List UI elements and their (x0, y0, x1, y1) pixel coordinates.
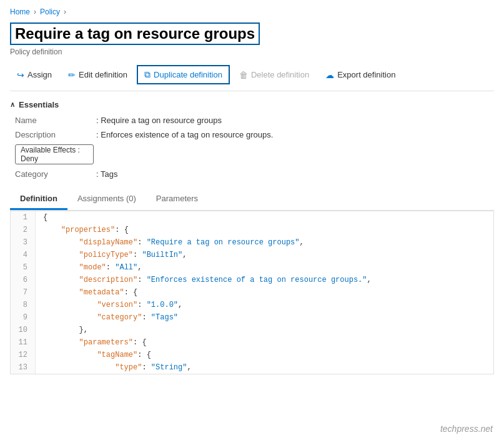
essentials-description-label: Description (15, 130, 96, 139)
duplicate-definition-button[interactable]: ⧉ Duplicate definition (137, 65, 230, 84)
export-definition-button[interactable]: ☁ Export definition (319, 66, 402, 84)
edit-icon: ✏ (68, 70, 76, 80)
code-line-12: 12 "tagName": { (11, 349, 493, 361)
delete-icon: 🗑 (239, 70, 248, 80)
essentials-effects-label: Available Effects : Deny (15, 144, 96, 164)
essentials-name-row: Name : Require a tag on resource groups (10, 116, 494, 125)
code-line-1: 1 { (11, 211, 493, 224)
watermark: techpress.net (440, 424, 493, 434)
essentials-name-value: : Require a tag on resource groups (96, 116, 222, 125)
essentials-section: ∧ Essentials Name : Require a tag on res… (10, 100, 494, 179)
essentials-description-row: Description : Enforces existence of a ta… (10, 130, 494, 139)
code-line-13: 13 "type": "String", (11, 361, 493, 374)
essentials-category-label: Category (15, 169, 96, 179)
code-line-8: 8 "version": "1.0.0", (11, 299, 493, 311)
tabs-row: Definition Assignments (0) Parameters (10, 189, 494, 211)
code-line-4: 4 "policyType": "BuiltIn", (11, 249, 493, 261)
assign-icon: ↪ (17, 70, 24, 80)
code-line-9: 9 "category": "Tags" (11, 311, 493, 324)
available-effects-badge: Available Effects : Deny (15, 144, 94, 164)
code-line-6: 6 "description": "Enforces existence of … (11, 274, 493, 286)
tab-parameters[interactable]: Parameters (146, 189, 208, 210)
code-line-11: 11 "parameters": { (11, 336, 493, 349)
code-line-3: 3 "displayName": "Require a tag on resou… (11, 236, 493, 249)
code-panel: 1 { 2 "properties": { 3 "displayName": "… (10, 211, 494, 374)
page-title: Require a tag on resource groups (10, 22, 260, 45)
chevron-icon: ∧ (10, 101, 15, 109)
code-line-2: 2 "properties": { (11, 224, 493, 236)
duplicate-icon: ⧉ (144, 69, 151, 80)
code-line-10: 10 }, (11, 324, 493, 336)
edit-definition-button[interactable]: ✏ Edit definition (61, 66, 134, 84)
breadcrumb-policy[interactable]: Policy (40, 8, 60, 16)
essentials-category-row: Category : Tags (10, 169, 494, 179)
essentials-effects-row: Available Effects : Deny (10, 144, 494, 164)
breadcrumb-home[interactable]: Home (10, 8, 30, 16)
breadcrumb-sep1: › (34, 8, 36, 16)
page-subtitle: Policy definition (10, 48, 494, 56)
delete-definition-button[interactable]: 🗑 Delete definition (232, 66, 316, 84)
export-icon: ☁ (325, 70, 334, 80)
code-line-5: 5 "mode": "All", (11, 261, 493, 274)
tab-definition[interactable]: Definition (10, 189, 67, 210)
essentials-name-label: Name (15, 116, 96, 125)
assign-button[interactable]: ↪ Assign (10, 66, 59, 84)
essentials-category-value: : Tags (96, 169, 117, 179)
breadcrumb: Home › Policy › (10, 8, 494, 16)
essentials-description-value: : Enforces existence of a tag on resourc… (96, 130, 273, 139)
tab-assignments[interactable]: Assignments (0) (67, 189, 146, 210)
essentials-header[interactable]: ∧ Essentials (10, 100, 494, 109)
breadcrumb-sep2: › (64, 8, 66, 16)
code-line-7: 7 "metadata": { (11, 286, 493, 299)
toolbar: ↪ Assign ✏ Edit definition ⧉ Duplicate d… (10, 65, 494, 91)
